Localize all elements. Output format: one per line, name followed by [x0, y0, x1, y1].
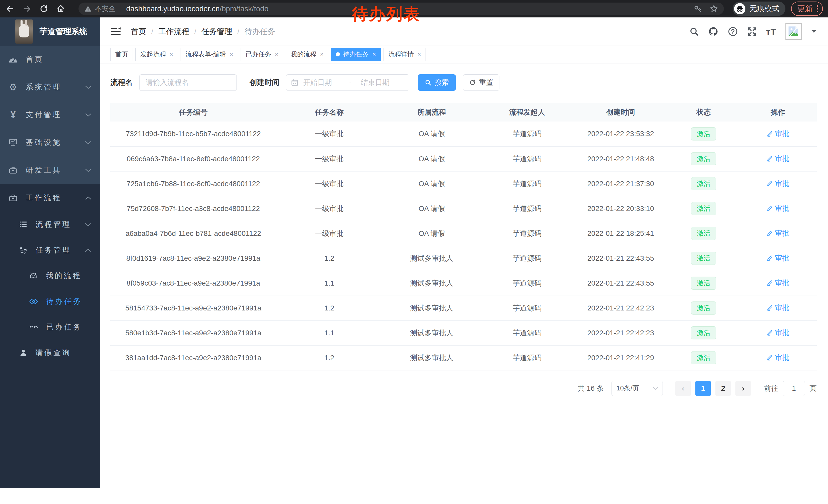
task-name-cell: 1.2: [276, 345, 382, 370]
sidebar-item-my-process[interactable]: 我的流程: [0, 263, 100, 289]
sidebar-item-system[interactable]: ⚙ 系统管理: [0, 73, 100, 101]
header-search-button[interactable]: [689, 27, 699, 36]
sidebar-item-process-mgmt[interactable]: 流程管理: [0, 212, 100, 237]
task-name-cell: 一级审批: [276, 221, 382, 246]
font-size-button[interactable]: ᴛT: [766, 27, 776, 37]
sidebar-item-devtools[interactable]: 研发工具: [0, 156, 100, 184]
tab-todo-tasks[interactable]: 待办任务×: [331, 48, 381, 61]
approve-button[interactable]: 审批: [767, 353, 790, 363]
table-row: 58154733-7ac8-11ec-a9e2-a2380e71991a 1.2…: [110, 295, 817, 320]
security-label: 不安全: [95, 4, 116, 13]
create-time-cell: 2022-01-21 22:43:55: [573, 271, 668, 295]
status-badge: 激活: [691, 227, 716, 240]
sidebar-item-home[interactable]: 首页: [0, 46, 100, 73]
tab-start-process[interactable]: 发起流程×: [135, 48, 178, 61]
approve-button[interactable]: 审批: [767, 303, 790, 313]
page-size-select[interactable]: 10条/页: [612, 381, 663, 396]
approve-button[interactable]: 审批: [767, 129, 790, 139]
approve-button[interactable]: 审批: [767, 278, 790, 288]
page-header: 首页 / 工作流程 / 任务管理 / 待办任务: [100, 17, 828, 46]
approve-button[interactable]: 审批: [767, 179, 790, 188]
process-cell: 测试多审批人: [382, 295, 481, 320]
task-id-cell: 73211d9d-7b9b-11ec-b5b7-acde48001122: [110, 122, 276, 146]
end-date-input[interactable]: [354, 78, 404, 87]
action-cell: 审批: [739, 320, 817, 345]
approve-button[interactable]: 审批: [767, 328, 790, 338]
tab-done-tasks[interactable]: 已办任务×: [241, 48, 283, 61]
action-cell: 审批: [739, 345, 817, 370]
avatar[interactable]: [785, 23, 802, 40]
close-icon[interactable]: ×: [417, 51, 421, 57]
task-name-cell: 1.2: [276, 246, 382, 271]
next-page-button[interactable]: ›: [735, 381, 751, 396]
bookmark-star-icon[interactable]: [709, 4, 718, 13]
dashboard-icon: [9, 56, 17, 63]
col-process: 所属流程: [382, 103, 481, 122]
person-icon: [19, 349, 27, 357]
close-icon[interactable]: ×: [320, 51, 324, 57]
incognito-label: 无痕模式: [749, 4, 779, 14]
browser-home-button[interactable]: [55, 3, 67, 15]
close-icon[interactable]: ×: [275, 51, 278, 57]
sidebar-item-done-tasks[interactable]: 已办任务: [0, 314, 100, 340]
reset-button[interactable]: 重置: [463, 74, 499, 91]
tab-process-detail[interactable]: 流程详情×: [383, 48, 426, 61]
approve-button[interactable]: 审批: [767, 253, 790, 263]
approve-button[interactable]: 审批: [767, 228, 790, 238]
browser-menu-icon[interactable]: [817, 5, 818, 12]
browser-update-button[interactable]: 更新: [791, 2, 823, 16]
sidebar-item-task-mgmt[interactable]: 任务管理: [0, 237, 100, 263]
status-cell: 激活: [668, 122, 739, 146]
table-row: 381aa1dd-7ac8-11ec-a9e2-a2380e71991a 1.2…: [110, 345, 817, 370]
col-task-name: 任务名称: [276, 103, 382, 122]
breadcrumb-workflow[interactable]: 工作流程: [159, 27, 189, 37]
chevron-up-icon: [85, 196, 91, 200]
prev-page-button[interactable]: ‹: [675, 381, 691, 396]
toolbox-icon: [9, 166, 17, 174]
sidebar-item-todo-tasks[interactable]: 待办任务: [0, 289, 100, 314]
status-badge: 激活: [691, 277, 716, 290]
close-icon[interactable]: ×: [170, 51, 173, 57]
approve-button[interactable]: 审批: [767, 154, 790, 164]
closed-eye-icon: [29, 324, 38, 330]
browser-reload-button[interactable]: [38, 3, 50, 15]
status-cell: 激活: [668, 246, 739, 271]
date-range-picker[interactable]: -: [286, 74, 409, 91]
chevron-down-icon: [85, 113, 91, 117]
tab-home[interactable]: 首页: [110, 48, 133, 61]
sidebar-fold-button[interactable]: [110, 27, 121, 36]
close-icon[interactable]: ×: [372, 51, 376, 57]
github-link[interactable]: [708, 27, 718, 37]
page-2-button[interactable]: 2: [715, 381, 731, 396]
goto-page-input[interactable]: [783, 381, 805, 396]
search-button[interactable]: 搜索: [418, 74, 456, 91]
caret-down-icon: [811, 30, 817, 33]
refresh-icon: [469, 79, 476, 86]
start-date-input[interactable]: [303, 78, 346, 87]
fullscreen-button[interactable]: [747, 27, 757, 36]
monitor-icon: [9, 139, 17, 146]
browser-back-button[interactable]: [4, 3, 16, 15]
page-1-button[interactable]: 1: [695, 381, 711, 396]
help-button[interactable]: [728, 27, 738, 37]
breadcrumb-home[interactable]: 首页: [131, 27, 146, 37]
process-name-input[interactable]: [139, 74, 237, 91]
password-key-icon[interactable]: [694, 5, 702, 13]
sidebar-item-workflow[interactable]: 工作流程: [0, 184, 100, 212]
breadcrumb-task-mgmt[interactable]: 任务管理: [202, 27, 233, 37]
task-name-cell: 1.2: [276, 295, 382, 320]
sidebar-item-infra[interactable]: 基础设施: [0, 129, 100, 156]
sidebar-item-leave-query[interactable]: 请假查询: [0, 340, 100, 366]
back-icon: [6, 4, 14, 13]
table-row: 069c6a63-7b8a-11ec-8ef0-acde48001122 一级审…: [110, 146, 817, 171]
avatar-caret[interactable]: [811, 30, 817, 33]
tab-my-process[interactable]: 我的流程×: [286, 48, 328, 61]
sidebar-item-payment[interactable]: ¥ 支付管理: [0, 101, 100, 129]
tab-process-form-edit[interactable]: 流程表单-编辑×: [180, 48, 238, 61]
create-time-cell: 2022-01-22 18:25:41: [573, 221, 668, 246]
close-icon[interactable]: ×: [230, 51, 233, 57]
task-id-cell: 069c6a63-7b8a-11ec-8ef0-acde48001122: [110, 146, 276, 171]
browser-forward-button[interactable]: [21, 3, 33, 15]
approve-button[interactable]: 审批: [767, 203, 790, 213]
create-time-cell: 2022-01-21 22:43:55: [573, 246, 668, 271]
